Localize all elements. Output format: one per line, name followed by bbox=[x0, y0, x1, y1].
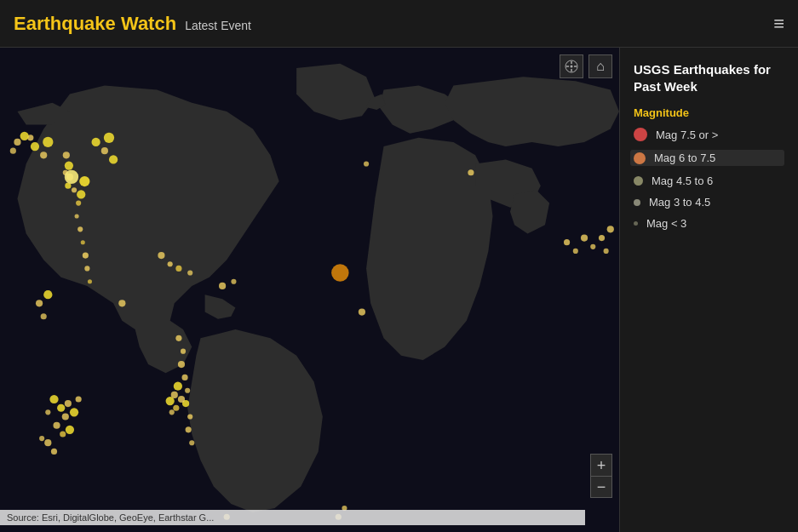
sidebar-title: USGS Earthquakes for Past Week bbox=[634, 61, 784, 94]
legend-label: Mag < 3 bbox=[646, 217, 686, 230]
home-button[interactable]: ⌂ bbox=[588, 54, 612, 78]
svg-point-54 bbox=[564, 239, 570, 245]
svg-point-37 bbox=[169, 409, 175, 415]
svg-point-49 bbox=[104, 133, 114, 143]
legend-dot bbox=[634, 152, 646, 164]
legend-label: Mag 7.5 or > bbox=[656, 129, 718, 141]
legend-label: Mag 4.5 to 6 bbox=[652, 174, 713, 187]
legend: Mag 7.5 or >Mag 6 to 7.5Mag 4.5 to 6Mag … bbox=[634, 128, 784, 230]
expand-button[interactable] bbox=[560, 54, 583, 78]
svg-point-4 bbox=[75, 214, 79, 218]
svg-point-68 bbox=[70, 408, 78, 416]
svg-point-31 bbox=[189, 440, 194, 445]
svg-point-38 bbox=[331, 264, 348, 281]
menu-icon[interactable]: ≡ bbox=[773, 14, 784, 33]
main-content: ⌂ + − Source: Esri, DigitalGlobe, GeoEye… bbox=[0, 48, 798, 532]
header-left: Earthquake Watch Latest Event bbox=[14, 13, 251, 35]
svg-point-8 bbox=[84, 266, 89, 271]
legend-item-3: Mag 3 to 4.5 bbox=[634, 196, 784, 209]
svg-point-30 bbox=[186, 426, 192, 432]
svg-point-2 bbox=[72, 187, 77, 192]
svg-point-71 bbox=[53, 422, 60, 429]
svg-point-72 bbox=[60, 431, 66, 437]
svg-point-32 bbox=[174, 382, 182, 391]
svg-point-75 bbox=[44, 439, 51, 446]
svg-point-58 bbox=[599, 235, 605, 241]
svg-point-22 bbox=[231, 279, 236, 284]
svg-point-6 bbox=[81, 240, 85, 244]
legend-item-2: Mag 4.5 to 6 bbox=[634, 174, 784, 187]
zoom-in-button[interactable]: + bbox=[590, 454, 612, 476]
svg-point-66 bbox=[57, 404, 65, 412]
svg-point-47 bbox=[92, 138, 100, 146]
svg-point-27 bbox=[185, 388, 190, 393]
svg-point-3 bbox=[76, 201, 81, 206]
legend-item-0: Mag 7.5 or > bbox=[634, 128, 784, 141]
svg-point-39 bbox=[118, 300, 125, 306]
svg-point-67 bbox=[65, 400, 72, 407]
svg-point-7 bbox=[83, 252, 89, 258]
svg-point-51 bbox=[14, 139, 20, 146]
svg-point-48 bbox=[101, 147, 108, 154]
legend-item-4: Mag < 3 bbox=[634, 217, 784, 230]
svg-point-19 bbox=[175, 266, 181, 272]
map-zoom-controls: + − bbox=[590, 454, 612, 498]
svg-point-34 bbox=[166, 397, 175, 405]
svg-point-35 bbox=[178, 396, 185, 403]
svg-point-26 bbox=[181, 375, 187, 380]
svg-point-29 bbox=[187, 414, 192, 419]
app-header: Earthquake Watch Latest Event ≡ bbox=[0, 0, 798, 48]
compass-icon bbox=[565, 60, 578, 73]
svg-point-21 bbox=[219, 283, 226, 289]
svg-point-52 bbox=[20, 132, 29, 140]
svg-point-40 bbox=[43, 290, 52, 299]
legend-label: Mag 3 to 4.5 bbox=[649, 196, 710, 209]
svg-point-11 bbox=[77, 190, 85, 198]
svg-point-79 bbox=[468, 169, 474, 175]
legend-dot bbox=[634, 199, 640, 206]
svg-point-15 bbox=[65, 161, 73, 169]
zoom-out-button[interactable]: − bbox=[590, 476, 612, 498]
legend-dot bbox=[634, 221, 638, 226]
svg-point-53 bbox=[10, 148, 16, 154]
svg-point-23 bbox=[175, 335, 181, 341]
svg-point-44 bbox=[40, 152, 47, 158]
svg-point-64 bbox=[359, 309, 365, 316]
svg-point-56 bbox=[581, 234, 588, 241]
svg-point-60 bbox=[607, 226, 614, 232]
svg-point-20 bbox=[187, 270, 192, 275]
svg-point-5 bbox=[78, 226, 83, 232]
legend-dot bbox=[634, 176, 643, 186]
svg-point-69 bbox=[76, 396, 82, 402]
svg-point-25 bbox=[178, 361, 185, 368]
svg-point-65 bbox=[49, 395, 58, 403]
svg-point-73 bbox=[66, 426, 74, 434]
svg-point-78 bbox=[364, 161, 369, 166]
svg-point-9 bbox=[88, 279, 92, 283]
legend-item-1: Mag 6 to 7.5 bbox=[630, 150, 784, 166]
svg-point-16 bbox=[63, 152, 70, 158]
svg-point-57 bbox=[590, 244, 595, 249]
svg-point-81 bbox=[571, 66, 573, 68]
svg-point-43 bbox=[31, 142, 39, 151]
svg-point-70 bbox=[62, 413, 69, 420]
map-container[interactable]: ⌂ + − Source: Esri, DigitalGlobe, GeoEye… bbox=[0, 48, 619, 532]
header-subtitle: Latest Event bbox=[185, 19, 251, 32]
svg-point-18 bbox=[168, 261, 173, 266]
svg-point-76 bbox=[51, 449, 57, 455]
magnitude-label: Magnitude bbox=[634, 106, 784, 119]
svg-point-77 bbox=[39, 436, 44, 441]
app-title: Earthquake Watch bbox=[14, 13, 176, 35]
svg-point-24 bbox=[181, 349, 186, 354]
svg-point-41 bbox=[36, 300, 43, 306]
svg-point-45 bbox=[43, 137, 53, 147]
svg-point-42 bbox=[41, 313, 47, 319]
svg-point-17 bbox=[158, 252, 164, 259]
svg-point-74 bbox=[45, 409, 50, 415]
svg-point-50 bbox=[109, 155, 118, 163]
svg-point-55 bbox=[573, 249, 578, 254]
map-source-bar: Source: Esri, DigitalGlobe, GeoEye, Eart… bbox=[0, 510, 585, 525]
world-map bbox=[0, 48, 619, 532]
svg-point-10 bbox=[79, 176, 89, 186]
svg-point-36 bbox=[173, 405, 179, 411]
